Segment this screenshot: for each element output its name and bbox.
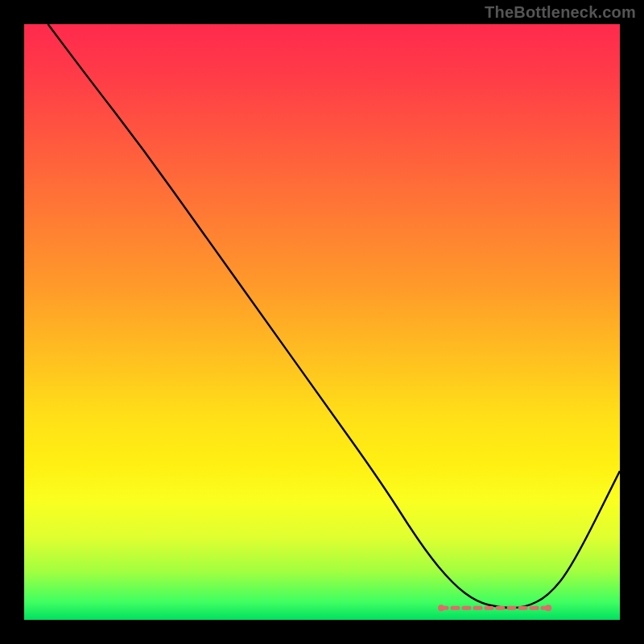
chart-frame: TheBottleneck.com (0, 0, 644, 644)
curve-svg (24, 24, 620, 620)
bottleneck-curve-line (48, 24, 620, 608)
plateau-start-dot (438, 605, 444, 611)
plot-area (24, 24, 620, 620)
plateau-end-dot (545, 605, 551, 611)
watermark-text: TheBottleneck.com (485, 3, 636, 22)
